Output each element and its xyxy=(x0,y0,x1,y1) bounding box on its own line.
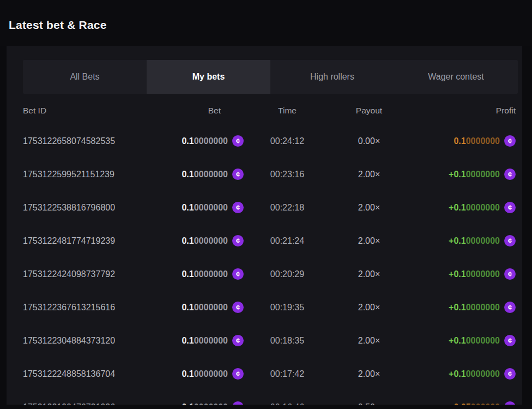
tab-high-rollers[interactable]: High rollers xyxy=(270,60,394,94)
coin-icon: ¢ xyxy=(504,202,516,213)
bet-id: 1753122367613215616 xyxy=(23,303,154,312)
bet-time: 00:21:24 xyxy=(244,236,331,246)
bet-amount: 0.10000000 ¢ xyxy=(154,202,244,213)
bet-payout: 2.00× xyxy=(331,203,407,213)
coin-icon: ¢ xyxy=(232,169,244,180)
bet-amount-zeros: 0000000 xyxy=(194,170,228,179)
coin-icon: ¢ xyxy=(232,268,244,280)
bet-profit-zeros: 0000000 xyxy=(466,369,500,379)
bet-id: 1753122658074582535 xyxy=(23,136,154,146)
bet-id: 1753122190476721936 xyxy=(23,402,154,405)
coin-icon: ¢ xyxy=(504,268,516,280)
tab-my-bets[interactable]: My bets xyxy=(147,60,270,94)
coin-icon: ¢ xyxy=(232,302,244,313)
bet-profit-main: +0.1 xyxy=(449,303,466,312)
coin-icon: ¢ xyxy=(504,368,516,380)
bet-amount-main: 0.1 xyxy=(182,336,194,346)
bet-amount-zeros: 0000000 xyxy=(194,336,228,346)
table-row[interactable]: 1753122424098737792 0.10000000 ¢ 00:20:2… xyxy=(23,257,518,291)
coin-icon: ¢ xyxy=(232,235,244,246)
bet-amount-main: 0.1 xyxy=(182,369,194,379)
table-row[interactable]: 1753122190476721936 0.10000000 ¢ 00:16:4… xyxy=(23,390,518,405)
bets-panel: All Bets My bets High rollers Wager cont… xyxy=(7,46,522,405)
col-header-profit: Profit xyxy=(407,106,518,116)
table-row[interactable]: 1753122248858136704 0.10000000 ¢ 00:17:4… xyxy=(23,357,518,390)
bet-amount: 0.10000000 ¢ xyxy=(154,368,244,380)
table-header: Bet ID Bet Time Payout Profit xyxy=(23,97,518,124)
bet-profit-zeros: 0000000 xyxy=(466,136,500,146)
bet-id: 1753122481774719239 xyxy=(23,236,154,246)
bet-id: 1753122304884373120 xyxy=(23,336,154,346)
bet-amount-main: 0.1 xyxy=(182,203,194,213)
coin-icon: ¢ xyxy=(504,235,516,246)
bet-amount-main: 0.1 xyxy=(182,236,194,246)
bet-amount-main: 0.1 xyxy=(182,303,194,312)
bet-payout: 0.00× xyxy=(331,136,407,146)
bet-payout: 2.00× xyxy=(331,336,407,346)
bet-amount-main: 0.1 xyxy=(182,402,194,405)
top-bar: Latest bet & Race xyxy=(0,0,532,46)
coin-icon: ¢ xyxy=(232,368,244,380)
bet-id: 1753122424098737792 xyxy=(23,269,154,279)
table-row[interactable]: 1753122367613215616 0.10000000 ¢ 00:19:3… xyxy=(23,291,518,324)
bet-amount-zeros: 0000000 xyxy=(194,203,228,213)
bet-profit-zeros: 0000000 xyxy=(466,170,500,179)
bet-amount: 0.10000000 ¢ xyxy=(154,335,244,346)
bet-profit-main: 0.05 xyxy=(454,402,470,405)
coin-icon: ¢ xyxy=(504,135,516,147)
bet-profit-main: +0.1 xyxy=(449,236,466,246)
bet-time: 00:19:35 xyxy=(244,303,331,312)
bet-profit: +0.10000000 ¢ xyxy=(407,202,518,213)
coin-icon: ¢ xyxy=(232,135,244,147)
bet-profit-zeros: 0000000 xyxy=(466,336,500,346)
coin-icon: ¢ xyxy=(504,401,516,405)
bet-amount-zeros: 0000000 xyxy=(194,269,228,279)
bet-payout: 0.50× xyxy=(331,402,407,405)
col-header-time: Time xyxy=(244,106,331,116)
tab-label: High rollers xyxy=(310,72,354,82)
tab-wager-contest[interactable]: Wager contest xyxy=(394,60,518,94)
bet-amount-main: 0.1 xyxy=(182,136,194,146)
bet-amount-zeros: 0000000 xyxy=(194,369,228,379)
coin-icon: ¢ xyxy=(504,169,516,180)
col-header-bet-id: Bet ID xyxy=(23,106,154,116)
table-row[interactable]: 1753122538816796800 0.10000000 ¢ 00:22:1… xyxy=(23,191,518,224)
bet-amount: 0.10000000 ¢ xyxy=(154,235,244,246)
tab-label: All Bets xyxy=(70,72,99,82)
coin-icon: ¢ xyxy=(504,335,516,346)
bet-profit-zeros: 0000000 xyxy=(466,203,500,213)
bet-time: 00:20:29 xyxy=(244,269,331,279)
bet-profit-main: +0.1 xyxy=(449,203,466,213)
bet-profit: +0.10000000 ¢ xyxy=(407,268,518,280)
coin-icon: ¢ xyxy=(232,335,244,346)
bet-amount-zeros: 0000000 xyxy=(194,136,228,146)
bet-profit-main: +0.1 xyxy=(449,369,466,379)
table-row[interactable]: 1753122658074582535 0.10000000 ¢ 00:24:1… xyxy=(23,124,518,158)
bet-amount-zeros: 0000000 xyxy=(194,402,228,405)
bet-profit-zeros: 000000 xyxy=(471,402,500,405)
bet-time: 00:16:46 xyxy=(244,402,331,405)
table-row[interactable]: 1753122599521151239 0.10000000 ¢ 00:23:1… xyxy=(23,158,518,191)
col-header-payout: Payout xyxy=(331,106,407,116)
bet-profit: +0.10000000 ¢ xyxy=(407,368,518,380)
bet-id: 1753122248858136704 xyxy=(23,369,154,379)
tab-all-bets[interactable]: All Bets xyxy=(23,60,147,94)
bet-amount: 0.10000000 ¢ xyxy=(154,268,244,280)
table-row[interactable]: 1753122304884373120 0.10000000 ¢ 00:18:3… xyxy=(23,324,518,357)
bet-amount: 0.10000000 ¢ xyxy=(154,401,244,405)
bet-profit-zeros: 0000000 xyxy=(466,303,500,312)
bet-payout: 2.00× xyxy=(331,170,407,179)
tab-label: Wager contest xyxy=(428,72,484,82)
coin-icon: ¢ xyxy=(232,401,244,405)
table-row[interactable]: 1753122481774719239 0.10000000 ¢ 00:21:2… xyxy=(23,224,518,257)
bet-id: 1753122538816796800 xyxy=(23,203,154,213)
col-header-bet: Bet xyxy=(154,106,244,116)
bet-amount-main: 0.1 xyxy=(182,170,194,179)
bet-payout: 2.00× xyxy=(331,303,407,312)
bet-profit: 0.05000000 ¢ xyxy=(407,401,518,405)
bet-profit: +0.10000000 ¢ xyxy=(407,302,518,313)
bet-payout: 2.00× xyxy=(331,269,407,279)
coin-icon: ¢ xyxy=(232,202,244,213)
bet-amount: 0.10000000 ¢ xyxy=(154,135,244,147)
bet-time: 00:17:42 xyxy=(244,369,331,379)
